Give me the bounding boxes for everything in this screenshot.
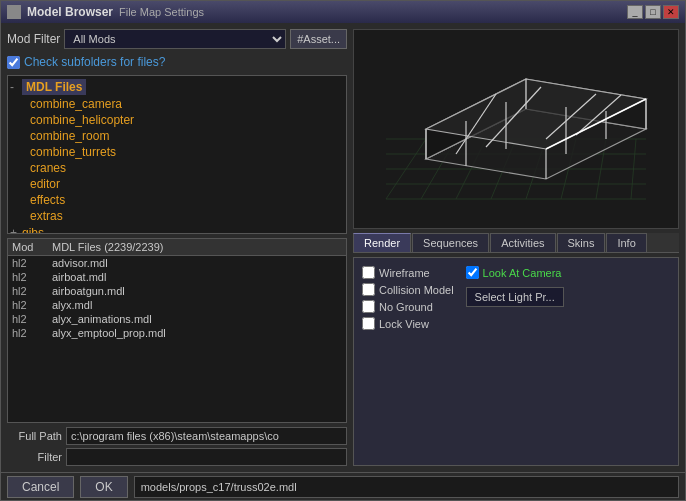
tree-root[interactable]: - MDL Files — [10, 78, 330, 96]
tree-item-editor[interactable]: editor — [10, 176, 330, 192]
tree-item-combine-helicopter[interactable]: combine_helicopter — [10, 112, 330, 128]
list-col-name-2: airboatgun.mdl — [52, 285, 342, 297]
preview-area — [353, 29, 679, 229]
ok-button[interactable]: OK — [80, 476, 127, 498]
list-col-mod-1: hl2 — [12, 271, 52, 283]
filter-input[interactable] — [66, 448, 347, 466]
list-header-mod: Mod — [12, 241, 52, 253]
tab-info[interactable]: Info — [606, 233, 646, 252]
subfolders-label: Check subfolders for files? — [24, 55, 165, 69]
list-panel[interactable]: Mod MDL Files (2239/2239) hl2 advisor.md… — [7, 238, 347, 423]
lock-view-checkbox[interactable] — [362, 317, 375, 330]
window-icon — [7, 5, 21, 19]
collision-label: Collision Model — [379, 284, 454, 296]
subfolders-checkbox[interactable] — [7, 56, 20, 69]
wireframe-checkbox[interactable] — [362, 266, 375, 279]
left-panel: Mod Filter All Mods #Asset... Check subf… — [7, 29, 347, 466]
minimize-button[interactable]: _ — [627, 5, 643, 19]
mod-filter-row: Mod Filter All Mods #Asset... — [7, 29, 347, 49]
list-col-name-5: alyx_emptool_prop.mdl — [52, 327, 342, 339]
list-header: Mod MDL Files (2239/2239) — [8, 239, 346, 256]
tab-render[interactable]: Render — [353, 233, 411, 252]
list-row[interactable]: hl2 airboatgun.mdl — [8, 284, 346, 298]
list-col-name-3: alyx.mdl — [52, 299, 342, 311]
list-col-mod-0: hl2 — [12, 257, 52, 269]
hash-asset-button[interactable]: #Asset... — [290, 29, 347, 49]
tree-item-effects[interactable]: effects — [10, 192, 330, 208]
footer-bar: Cancel OK — [1, 472, 685, 500]
right-panel: Render Sequences Activities Skins Info W… — [353, 29, 679, 466]
tree-plus-icon: + — [10, 226, 20, 234]
tree-item-combine-turrets[interactable]: combine_turrets — [10, 144, 330, 160]
list-header-name: MDL Files (2239/2239) — [52, 241, 342, 253]
bottom-fields: Full Path Filter — [7, 427, 347, 466]
look-camera-row: Look At Camera — [466, 266, 564, 279]
tree-panel[interactable]: - MDL Files combine_camera combine_helic… — [7, 75, 347, 234]
list-col-mod-4: hl2 — [12, 313, 52, 325]
select-light-button[interactable]: Select Light Pr... — [466, 287, 564, 307]
titlebar: Model Browser File Map Settings _ □ ✕ — [1, 1, 685, 23]
filter-label: Filter — [7, 451, 62, 463]
tree-item-qibs[interactable]: qibs — [22, 225, 44, 234]
filter-row: Filter — [7, 448, 347, 466]
full-path-row: Full Path — [7, 427, 347, 445]
list-row[interactable]: hl2 alyx.mdl — [8, 298, 346, 312]
wireframe-row: Wireframe — [362, 266, 454, 279]
tree-extra-row: + qibs — [10, 224, 330, 234]
collision-row: Collision Model — [362, 283, 454, 296]
full-path-label: Full Path — [7, 430, 62, 442]
look-camera-label: Look At Camera — [483, 267, 562, 279]
list-col-mod-2: hl2 — [12, 285, 52, 297]
close-button[interactable]: ✕ — [663, 5, 679, 19]
footer-path-input[interactable] — [134, 476, 679, 498]
tree-content: - MDL Files combine_camera combine_helic… — [8, 76, 332, 234]
render-panel: Wireframe Collision Model No Ground — [353, 257, 679, 466]
tree-root-label: MDL Files — [22, 79, 86, 95]
lock-view-row: Lock View — [362, 317, 454, 330]
titlebar-controls: _ □ ✕ — [627, 5, 679, 19]
full-path-input[interactable] — [66, 427, 347, 445]
no-ground-label: No Ground — [379, 301, 433, 313]
tab-skins[interactable]: Skins — [557, 233, 606, 252]
titlebar-title: Model Browser File Map Settings — [7, 5, 204, 19]
titlebar-menu[interactable]: File Map Settings — [119, 6, 204, 18]
collision-checkbox[interactable] — [362, 283, 375, 296]
lock-view-label: Lock View — [379, 318, 429, 330]
wireframe-label: Wireframe — [379, 267, 430, 279]
tree-item-extras[interactable]: extras — [10, 208, 330, 224]
tabs-row: Render Sequences Activities Skins Info — [353, 233, 679, 253]
render-options: Wireframe Collision Model No Ground — [362, 266, 670, 330]
tree-item-combine-camera[interactable]: combine_camera — [10, 96, 330, 112]
tree-item-cranes[interactable]: cranes — [10, 160, 330, 176]
mod-filter-select[interactable]: All Mods — [64, 29, 286, 49]
list-col-mod-3: hl2 — [12, 299, 52, 311]
tab-sequences[interactable]: Sequences — [412, 233, 489, 252]
maximize-button[interactable]: □ — [645, 5, 661, 19]
look-camera-checkbox[interactable] — [466, 266, 479, 279]
list-row[interactable]: hl2 advisor.mdl — [8, 256, 346, 270]
list-col-name-4: alyx_animations.mdl — [52, 313, 342, 325]
cancel-button[interactable]: Cancel — [7, 476, 74, 498]
no-ground-row: No Ground — [362, 300, 454, 313]
tab-activities[interactable]: Activities — [490, 233, 555, 252]
tree-collapse-icon[interactable]: - — [10, 80, 20, 94]
tree-item-combine-room[interactable]: combine_room — [10, 128, 330, 144]
window-title: Model Browser — [27, 5, 113, 19]
render-col-left: Wireframe Collision Model No Ground — [362, 266, 454, 330]
list-col-mod-5: hl2 — [12, 327, 52, 339]
subfolders-checkbox-row: Check subfolders for files? — [7, 53, 347, 71]
list-row[interactable]: hl2 alyx_animations.mdl — [8, 312, 346, 326]
list-row[interactable]: hl2 alyx_emptool_prop.mdl — [8, 326, 346, 340]
list-col-name-1: airboat.mdl — [52, 271, 342, 283]
mod-filter-label: Mod Filter — [7, 32, 60, 46]
no-ground-checkbox[interactable] — [362, 300, 375, 313]
main-content: Mod Filter All Mods #Asset... Check subf… — [1, 23, 685, 472]
render-col-right: Look At Camera Select Light Pr... — [466, 266, 564, 330]
list-row[interactable]: hl2 airboat.mdl — [8, 270, 346, 284]
list-col-name-0: advisor.mdl — [52, 257, 342, 269]
model-preview-svg — [366, 29, 666, 229]
model-browser-window: Model Browser File Map Settings _ □ ✕ Mo… — [0, 0, 686, 501]
